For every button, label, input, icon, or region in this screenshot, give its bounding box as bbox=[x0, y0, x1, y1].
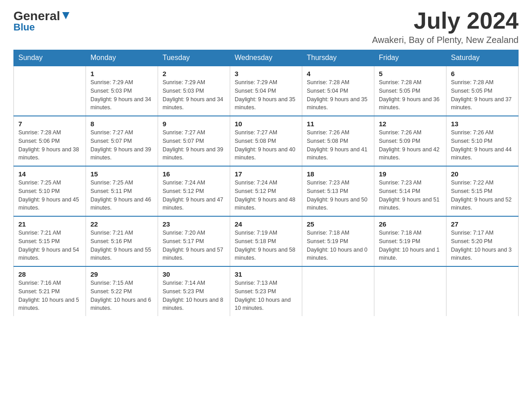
day-number: 25 bbox=[307, 220, 369, 228]
day-number: 28 bbox=[18, 270, 81, 278]
day-number: 3 bbox=[235, 70, 297, 77]
table-row: 31Sunrise: 7:13 AMSunset: 5:23 PMDayligh… bbox=[230, 266, 302, 316]
title-block: July 2024 Awakeri, Bay of Plenty, New Ze… bbox=[372, 9, 519, 45]
day-info: Sunrise: 7:28 AMSunset: 5:05 PMDaylight:… bbox=[379, 78, 442, 112]
day-info: Sunrise: 7:26 AMSunset: 5:09 PMDaylight:… bbox=[379, 128, 442, 162]
calendar-week-row: 28Sunrise: 7:16 AMSunset: 5:21 PMDayligh… bbox=[14, 266, 519, 316]
svg-marker-0 bbox=[62, 12, 69, 19]
day-info: Sunrise: 7:23 AMSunset: 5:14 PMDaylight:… bbox=[379, 179, 442, 212]
day-number: 5 bbox=[379, 70, 442, 77]
table-row: 20Sunrise: 7:22 AMSunset: 5:15 PMDayligh… bbox=[446, 166, 519, 216]
day-info: Sunrise: 7:19 AMSunset: 5:18 PMDaylight:… bbox=[235, 229, 297, 262]
table-row: 16Sunrise: 7:24 AMSunset: 5:12 PMDayligh… bbox=[158, 166, 230, 216]
day-info: Sunrise: 7:29 AMSunset: 5:03 PMDaylight:… bbox=[163, 78, 225, 112]
table-row: 13Sunrise: 7:26 AMSunset: 5:10 PMDayligh… bbox=[446, 116, 519, 166]
day-number: 18 bbox=[307, 170, 369, 178]
day-number: 26 bbox=[379, 220, 442, 228]
table-row: 26Sunrise: 7:18 AMSunset: 5:19 PMDayligh… bbox=[374, 216, 446, 266]
table-row bbox=[302, 266, 374, 316]
table-row: 1Sunrise: 7:29 AMSunset: 5:03 PMDaylight… bbox=[86, 66, 158, 116]
logo-blue-text: Blue bbox=[13, 21, 35, 33]
day-info: Sunrise: 7:13 AMSunset: 5:23 PMDaylight:… bbox=[235, 279, 297, 313]
day-info: Sunrise: 7:27 AMSunset: 5:07 PMDaylight:… bbox=[90, 128, 153, 162]
day-info: Sunrise: 7:25 AMSunset: 5:10 PMDaylight:… bbox=[18, 179, 81, 212]
calendar-week-row: 1Sunrise: 7:29 AMSunset: 5:03 PMDaylight… bbox=[14, 66, 519, 116]
table-row: 22Sunrise: 7:21 AMSunset: 5:16 PMDayligh… bbox=[86, 216, 158, 266]
day-info: Sunrise: 7:17 AMSunset: 5:20 PMDaylight:… bbox=[451, 229, 514, 262]
table-row: 29Sunrise: 7:15 AMSunset: 5:22 PMDayligh… bbox=[86, 266, 158, 316]
day-number: 14 bbox=[18, 170, 81, 178]
day-info: Sunrise: 7:29 AMSunset: 5:04 PMDaylight:… bbox=[235, 78, 297, 112]
day-number: 1 bbox=[90, 70, 153, 77]
table-row: 3Sunrise: 7:29 AMSunset: 5:04 PMDaylight… bbox=[230, 66, 302, 116]
day-number: 16 bbox=[163, 170, 225, 178]
month-title: July 2024 bbox=[372, 9, 519, 32]
table-row: 7Sunrise: 7:28 AMSunset: 5:06 PMDaylight… bbox=[14, 116, 86, 166]
calendar-week-row: 21Sunrise: 7:21 AMSunset: 5:15 PMDayligh… bbox=[14, 216, 519, 266]
table-row: 8Sunrise: 7:27 AMSunset: 5:07 PMDaylight… bbox=[86, 116, 158, 166]
table-row: 15Sunrise: 7:25 AMSunset: 5:11 PMDayligh… bbox=[86, 166, 158, 216]
table-row: 17Sunrise: 7:24 AMSunset: 5:12 PMDayligh… bbox=[230, 166, 302, 216]
day-info: Sunrise: 7:26 AMSunset: 5:08 PMDaylight:… bbox=[307, 128, 369, 162]
calendar-week-row: 7Sunrise: 7:28 AMSunset: 5:06 PMDaylight… bbox=[14, 116, 519, 166]
table-row: 18Sunrise: 7:23 AMSunset: 5:13 PMDayligh… bbox=[302, 166, 374, 216]
logo: General Blue bbox=[13, 9, 71, 33]
col-tuesday: Tuesday bbox=[158, 50, 230, 66]
day-number: 4 bbox=[307, 70, 369, 77]
day-number: 29 bbox=[90, 270, 153, 278]
day-info: Sunrise: 7:27 AMSunset: 5:08 PMDaylight:… bbox=[235, 128, 297, 162]
day-info: Sunrise: 7:16 AMSunset: 5:21 PMDaylight:… bbox=[18, 279, 81, 313]
table-row: 9Sunrise: 7:27 AMSunset: 5:07 PMDaylight… bbox=[158, 116, 230, 166]
table-row: 21Sunrise: 7:21 AMSunset: 5:15 PMDayligh… bbox=[14, 216, 86, 266]
day-number: 10 bbox=[235, 120, 297, 128]
day-info: Sunrise: 7:21 AMSunset: 5:16 PMDaylight:… bbox=[90, 229, 153, 262]
day-info: Sunrise: 7:28 AMSunset: 5:05 PMDaylight:… bbox=[451, 78, 514, 112]
col-friday: Friday bbox=[374, 50, 446, 66]
day-info: Sunrise: 7:24 AMSunset: 5:12 PMDaylight:… bbox=[163, 179, 225, 212]
calendar-table: Sunday Monday Tuesday Wednesday Thursday… bbox=[13, 50, 519, 316]
day-number: 24 bbox=[235, 220, 297, 228]
day-info: Sunrise: 7:15 AMSunset: 5:22 PMDaylight:… bbox=[90, 279, 153, 313]
col-thursday: Thursday bbox=[302, 50, 374, 66]
day-number: 12 bbox=[379, 120, 442, 128]
day-number: 17 bbox=[235, 170, 297, 178]
day-info: Sunrise: 7:25 AMSunset: 5:11 PMDaylight:… bbox=[90, 179, 153, 212]
page-header: General Blue July 2024 Awakeri, Bay of P… bbox=[13, 9, 519, 45]
day-number: 9 bbox=[163, 120, 225, 128]
day-info: Sunrise: 7:27 AMSunset: 5:07 PMDaylight:… bbox=[163, 128, 225, 162]
table-row: 25Sunrise: 7:18 AMSunset: 5:19 PMDayligh… bbox=[302, 216, 374, 266]
day-number: 21 bbox=[18, 220, 81, 228]
table-row: 10Sunrise: 7:27 AMSunset: 5:08 PMDayligh… bbox=[230, 116, 302, 166]
table-row: 4Sunrise: 7:28 AMSunset: 5:04 PMDaylight… bbox=[302, 66, 374, 116]
day-number: 2 bbox=[163, 70, 225, 77]
day-number: 27 bbox=[451, 220, 514, 228]
day-info: Sunrise: 7:26 AMSunset: 5:10 PMDaylight:… bbox=[451, 128, 514, 162]
day-info: Sunrise: 7:29 AMSunset: 5:03 PMDaylight:… bbox=[90, 78, 153, 112]
day-number: 22 bbox=[90, 220, 153, 228]
day-info: Sunrise: 7:20 AMSunset: 5:17 PMDaylight:… bbox=[163, 229, 225, 262]
day-number: 20 bbox=[451, 170, 514, 178]
table-row: 12Sunrise: 7:26 AMSunset: 5:09 PMDayligh… bbox=[374, 116, 446, 166]
table-row: 28Sunrise: 7:16 AMSunset: 5:21 PMDayligh… bbox=[14, 266, 86, 316]
logo-triangle-icon bbox=[61, 10, 71, 20]
table-row: 6Sunrise: 7:28 AMSunset: 5:05 PMDaylight… bbox=[446, 66, 519, 116]
table-row: 14Sunrise: 7:25 AMSunset: 5:10 PMDayligh… bbox=[14, 166, 86, 216]
table-row: 23Sunrise: 7:20 AMSunset: 5:17 PMDayligh… bbox=[158, 216, 230, 266]
day-info: Sunrise: 7:14 AMSunset: 5:23 PMDaylight:… bbox=[163, 279, 225, 313]
day-info: Sunrise: 7:18 AMSunset: 5:19 PMDaylight:… bbox=[379, 229, 442, 262]
table-row bbox=[446, 266, 519, 316]
day-number: 8 bbox=[90, 120, 153, 128]
calendar-week-row: 14Sunrise: 7:25 AMSunset: 5:10 PMDayligh… bbox=[14, 166, 519, 216]
calendar-header-row: Sunday Monday Tuesday Wednesday Thursday… bbox=[14, 50, 519, 66]
day-number: 6 bbox=[451, 70, 514, 77]
location-subtitle: Awakeri, Bay of Plenty, New Zealand bbox=[372, 35, 519, 45]
day-info: Sunrise: 7:28 AMSunset: 5:06 PMDaylight:… bbox=[18, 128, 81, 162]
col-monday: Monday bbox=[86, 50, 158, 66]
table-row: 5Sunrise: 7:28 AMSunset: 5:05 PMDaylight… bbox=[374, 66, 446, 116]
day-number: 23 bbox=[163, 220, 225, 228]
table-row: 27Sunrise: 7:17 AMSunset: 5:20 PMDayligh… bbox=[446, 216, 519, 266]
table-row: 24Sunrise: 7:19 AMSunset: 5:18 PMDayligh… bbox=[230, 216, 302, 266]
col-saturday: Saturday bbox=[446, 50, 519, 66]
day-number: 31 bbox=[235, 270, 297, 278]
table-row: 2Sunrise: 7:29 AMSunset: 5:03 PMDaylight… bbox=[158, 66, 230, 116]
